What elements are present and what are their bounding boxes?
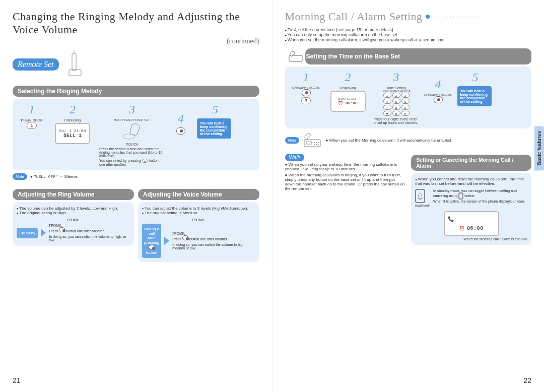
cancel-caption: When the Morning call / alarm is enabled [415, 237, 527, 241]
voice-press-after: button one after another. [189, 237, 228, 241]
wait-b2: ● When the morning call/alarm is ringing… [285, 173, 405, 191]
t-step-1: 1 [290, 71, 322, 84]
ring-press-after: button one after another. [66, 229, 104, 233]
svg-point-9 [318, 142, 319, 143]
section-time-label: Setting the Time on the Base Set [306, 53, 400, 60]
keypad-icon: 123 456 789 ✱0# [374, 93, 419, 116]
during-press-icon [149, 245, 155, 249]
time-key1-btn: 3 [301, 97, 311, 104]
time-lcd-time: 06:00 [346, 101, 358, 105]
melody-step-strip: 1 ▼ВЫБ. ЗВОН. 1 2 Displaying 01/ 1 24:00… [13, 99, 259, 170]
melody-key1-btn: 1 [27, 122, 36, 129]
right-two-col: Wait! ● When you set up your wakeup time… [285, 151, 532, 245]
key-1: 1 [383, 93, 391, 98]
cancel-b1: When you cancel and reset the morning ca… [415, 177, 527, 186]
step3-pre: You can select by pressing [99, 159, 141, 162]
svg-point-8 [316, 142, 317, 143]
voice-grom-top: ГРОМК. [142, 218, 255, 222]
ring-vol-panel: The volume can be adjusted by 2 levels, … [13, 202, 134, 246]
arrow-icon [41, 229, 46, 237]
melody-confirm-text: You will hear a beep confirming the comp… [200, 121, 227, 136]
alarm-button-icon-small [458, 192, 463, 200]
volume-two-col: Adjusting the Ring Volume The volume can… [13, 185, 259, 262]
svg-rect-5 [304, 140, 320, 147]
step3-btn: 1 [142, 159, 148, 163]
ring-grom: ГРОМК. [49, 224, 129, 227]
cancel-lcd: 📞 ⏰ 06:00 [444, 211, 499, 236]
step-num-4: 4 [169, 112, 193, 125]
continued-label: (continued) [13, 37, 259, 45]
section-ring-vol-label: Adjusting the Ring Volume [18, 191, 94, 198]
time-key4-press-icon [434, 96, 443, 103]
note-main-text: When you set the Morning call/alarm, it … [329, 138, 452, 143]
t-step-5: 5 [457, 71, 494, 84]
note-row: Note ● When you set the Morning call/ala… [285, 132, 532, 149]
cancel-toggle1b: button. [464, 194, 475, 198]
melody-step3-text1: Press the search button and select the r… [99, 147, 165, 158]
note-bell-off: "bELL OFF" [34, 174, 58, 179]
key-8: 8 [392, 105, 400, 110]
step-num-1: 1 [18, 103, 46, 116]
intro-1: First, set the current time (see page 15… [285, 27, 532, 32]
base-phone-icon [288, 50, 303, 62]
voice-press-btn-icon [182, 235, 188, 240]
key-7: 7 [383, 105, 391, 110]
during-text: During a call After pressing [144, 227, 159, 245]
displaying-label: Displaying [50, 118, 95, 122]
cordless-phone-icon [59, 49, 89, 80]
section-voice-vol-label: Adjusting the Voice Volume [143, 191, 222, 198]
alarm-button-icon [415, 189, 425, 203]
section-melody-label: Selecting the Ringing Melody [18, 88, 102, 95]
section-cancel-bar: Setting or Canceling the Morning Call / … [411, 155, 531, 171]
melody-note-line: Note ● "bELL OFF" → Silence. [13, 173, 259, 180]
cancel-lcd-time: 06:00 [467, 225, 484, 231]
cancel-panel: When you cancel and reset the morning ca… [411, 173, 531, 245]
ring-press-btn-icon [59, 227, 65, 232]
t-step-4: 4 [423, 78, 453, 91]
voice-indoing: In doing so, you can switch the volume t… [172, 243, 255, 250]
confirm-press-icon [176, 127, 185, 135]
during-box: During a call After pressing button [142, 224, 161, 258]
step-num-2: 2 [50, 103, 95, 116]
svg-rect-1 [72, 53, 76, 71]
time-lcd: ВРЕМЯ Б./БУД. ⏰ 06:00 [330, 91, 366, 112]
intro-3: When you set the morning call/alarm, it … [285, 37, 532, 42]
voice-b2: The original seting is Medium. [142, 211, 255, 215]
key-2: 2 [392, 93, 400, 98]
ring-grom-top: ГРОМК. [17, 218, 130, 222]
melody-key1-label: ▼ВЫБ. ЗВОН. [18, 118, 46, 122]
svg-rect-4 [289, 55, 302, 61]
t-step-2: 2 [326, 71, 370, 84]
section-voice-vol-bar: Adjusting the Voice Volume [138, 189, 259, 200]
wait-b1-text: When you set up your wakeup time, the mo… [285, 162, 397, 171]
arrow-icon-2 [164, 237, 169, 245]
melody-lcd: 01/ 1 24:00 bELL 1 [55, 123, 90, 144]
wait-b2-text: When the morning call/alarm is ringing, … [285, 173, 405, 191]
hand-press-icon [122, 121, 142, 142]
key-star: ✱ [383, 111, 391, 116]
note-badge-2: Note [285, 137, 300, 144]
cancel-toggle2: When it is active, the screen of the pho… [433, 200, 527, 203]
section-ring-vol-bar: Adjusting the Ring Volume [13, 189, 134, 200]
wait-badge: Wait! [285, 154, 305, 161]
voice-press: Press [172, 237, 181, 241]
page-title-left: Changing the Ringing Melody and Adjustin… [13, 10, 259, 36]
page-22: Morning Call / Alarm Setting ···········… [273, 0, 545, 392]
poisk-label: ПОИСК [99, 143, 165, 146]
key-6: 6 [401, 99, 410, 104]
ring-b1: The volume can be adjusted by 2 levels, … [17, 206, 130, 211]
time-confirm-box: You will hear a beep confirming the comp… [457, 86, 492, 106]
page-number-21: 21 [13, 376, 21, 384]
time-step-strip: 1 ФУНКЦИИ / ПОДТВ. 3 2 Displaying ВРЕМЯ … [285, 67, 532, 128]
key-hash: # [401, 111, 410, 116]
step-num-5: 5 [197, 103, 233, 116]
time-confirm-text: You will hear a beep confirming the comp… [460, 89, 488, 103]
melody-step3-text2: You can select by pressing 1 button one … [99, 159, 165, 166]
page-title-right: Morning Call / Alarm Setting [285, 10, 423, 23]
voice-vol-panel: You can adjust the volume to 3 levels (H… [138, 202, 259, 262]
step-num-3: 3 [99, 103, 165, 116]
ring-b2: The original seting is High. [17, 211, 130, 215]
section-melody-bar: Selecting the Ringing Melody [13, 86, 259, 97]
key-9: 9 [401, 105, 410, 110]
key-0: 0 [392, 111, 400, 116]
